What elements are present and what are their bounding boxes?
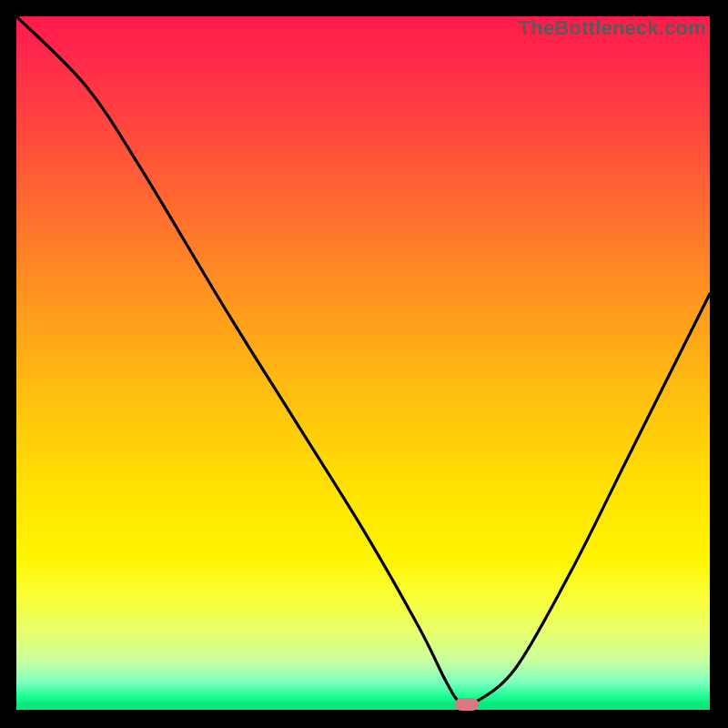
watermark-text: TheBottleneck.com: [519, 16, 706, 40]
bottleneck-curve: [16, 16, 710, 710]
chart-frame: TheBottleneck.com: [16, 16, 710, 710]
plot-area: TheBottleneck.com: [16, 16, 710, 710]
optimal-marker: [455, 698, 479, 711]
